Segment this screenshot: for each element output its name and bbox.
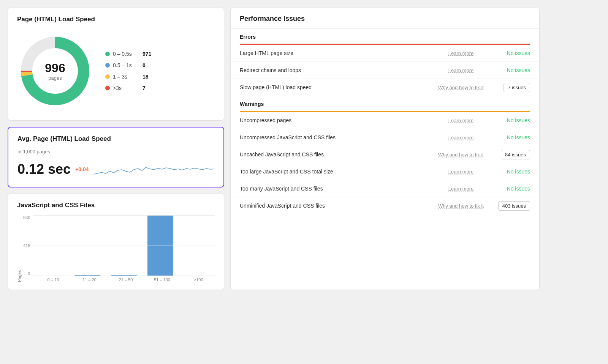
x-labels: 0 – 10 11 – 20 21 – 50 51 – 100 >100 [23,276,215,282]
avg-speed-row: 0.12 sec +0.04 [17,159,214,179]
issue-row-redirect: Redirect chains and loops Learn more No … [231,62,539,79]
bar-chart-wrapper: Pages 830 415 0 [17,215,215,282]
issue-status-uncompressed-pages: No issues [492,117,530,123]
sparkline-chart [93,159,214,179]
issue-row-uncached-js: Uncached JavaScript and CSS files Why an… [231,146,539,163]
load-speed-card: Page (HTML) Load Speed [8,8,224,121]
legend-count-0: 971 [142,51,151,57]
issue-row-too-many-js: Too many JavaScript and CSS files Learn … [231,180,539,197]
js-css-title: JavaScript and CSS Files [17,202,215,209]
issue-badge-slow-html[interactable]: 7 issues [504,83,530,92]
avg-speed-value: 0.12 sec [17,161,71,177]
issue-row-slow-html: Slow page (HTML) load speed Why and how … [231,79,539,96]
issue-status-uncompressed-js: No issues [492,134,530,140]
warnings-section: Warnings Uncompressed pages Learn more N… [231,96,539,214]
y-axis: 830 415 0 [23,215,33,276]
legend-count-3: 7 [142,85,146,91]
legend-count-2: 18 [142,74,149,80]
no-issues-label-redirect: No issues [507,67,530,73]
issue-row-too-large-js: Too large JavaScript and CSS total size … [231,163,539,180]
issue-status-large-html: No issues [492,50,530,56]
issue-row-large-html: Large HTML page size Learn more No issue… [231,45,539,62]
avg-speed-card: Avg. Page (HTML) Load Speed of 1,000 pag… [8,127,224,188]
legend-item-1: 0.5 – 1s 0 [105,62,151,68]
issue-link-large-html[interactable]: Learn more [434,50,488,56]
issue-link-uncompressed-js[interactable]: Learn more [434,135,488,140]
issue-link-slow-html[interactable]: Why and how to fix it [434,85,488,90]
y-tick-415: 415 [23,243,30,248]
issue-name-uncompressed-pages: Uncompressed pages [240,117,430,123]
donut-center-label: pages [45,75,65,81]
issue-row-uncompressed-pages: Uncompressed pages Learn more No issues [231,112,539,129]
y-tick-0: 0 [23,271,30,276]
donut-legend: 0 – 0.5s 971 0.5 – 1s 0 1 – 3s 18 [105,51,151,91]
performance-issues-panel: Performance Issues Errors Large HTML pag… [230,8,540,290]
avg-speed-title: Avg. Page (HTML) Load Speed [17,135,214,143]
legend-item-2: 1 – 3s 18 [105,74,151,80]
issue-name-too-large-js: Too large JavaScript and CSS total size [240,169,430,175]
issue-name-uncached-js: Uncached JavaScript and CSS files [240,151,430,158]
legend-item-3: >3s 7 [105,85,151,91]
no-issues-label-too-large-js: No issues [507,169,530,175]
issue-name-unminified-js: Unminified JavaScript and CSS files [240,203,430,209]
perf-issues-title: Performance Issues [231,8,539,28]
donut-center: 996 pages [45,61,65,81]
no-issues-label-uncompressed-pages: No issues [507,117,530,123]
donut-chart: 996 pages [17,33,93,109]
avg-speed-delta: +0.04 [75,166,89,172]
issue-link-unminified-js[interactable]: Why and how to fix it [434,203,488,209]
issue-status-uncached-js[interactable]: 84 issues [492,151,530,158]
issue-link-too-large-js[interactable]: Learn more [434,169,488,175]
legend-count-1: 0 [142,62,146,68]
errors-section: Errors Large HTML page size Learn more N… [231,28,539,96]
no-issues-label-uncompressed-js: No issues [507,134,530,140]
x-label-3: 51 – 100 [146,277,179,282]
issue-badge-uncached-js[interactable]: 84 issues [501,150,530,159]
x-label-1: 11 – 20 [73,277,106,282]
x-label-2: 21 – 50 [109,277,142,282]
legend-dot-3 [105,86,110,90]
issue-row-unminified-js: Unminified JavaScript and CSS files Why … [231,197,539,214]
legend-range-0: 0 – 0.5s [113,51,139,57]
warnings-section-header: Warnings [231,96,539,111]
issue-link-uncompressed-pages[interactable]: Learn more [434,118,488,123]
legend-dot-1 [105,63,110,68]
issue-name-uncompressed-js: Uncompressed JavaScript and CSS files [240,134,430,140]
no-issues-label: No issues [507,50,530,56]
issue-status-redirect: No issues [492,67,530,73]
bars-container [33,215,215,276]
issue-link-redirect[interactable]: Learn more [434,68,488,73]
issue-name-slow-html: Slow page (HTML) load speed [240,84,430,90]
issue-link-too-many-js[interactable]: Learn more [434,186,488,192]
js-css-card: JavaScript and CSS Files Pages 830 415 0 [8,194,224,290]
legend-dot-0 [105,52,110,56]
issue-status-too-many-js: No issues [492,186,530,192]
issue-row-uncompressed-js: Uncompressed JavaScript and CSS files Le… [231,129,539,146]
issue-status-unminified-js[interactable]: 403 issues [492,203,530,209]
issue-name-too-many-js: Too many JavaScript and CSS files [240,186,430,192]
avg-speed-subtitle: of 1,000 pages [17,149,214,154]
issue-name-redirect: Redirect chains and loops [240,67,430,73]
legend-range-2: 1 – 3s [113,74,139,80]
issue-status-slow-html[interactable]: 7 issues [492,84,530,90]
y-axis-label: Pages [17,215,22,282]
donut-center-number: 996 [45,61,65,75]
x-label-0: 0 – 10 [37,277,70,282]
legend-dot-2 [105,74,110,79]
legend-range-1: 0.5 – 1s [113,62,139,68]
legend-range-3: >3s [113,85,139,91]
y-tick-830: 830 [23,215,30,220]
issue-name-large-html: Large HTML page size [240,50,430,56]
issue-badge-unminified-js[interactable]: 403 issues [498,201,530,211]
no-issues-label-too-many-js: No issues [507,186,530,192]
issue-link-uncached-js[interactable]: Why and how to fix it [434,152,488,158]
x-label-4: >100 [182,277,215,282]
issue-status-too-large-js: No issues [492,169,530,175]
legend-item-0: 0 – 0.5s 971 [105,51,151,57]
donut-section: 996 pages 0 – 0.5s 971 0.5 – 1s 0 [17,29,215,113]
load-speed-title: Page (HTML) Load Speed [17,16,215,23]
errors-section-header: Errors [231,28,539,44]
